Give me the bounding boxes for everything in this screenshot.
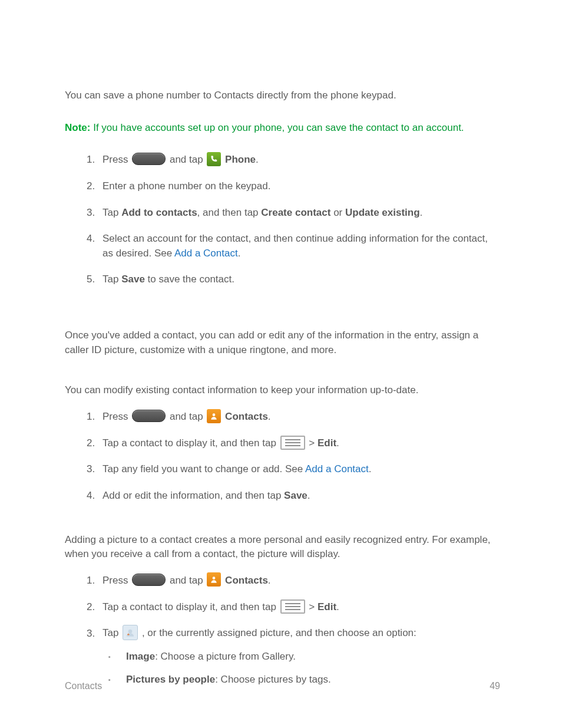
text: or [330, 207, 345, 218]
page-footer: Contacts 49 [65, 679, 500, 693]
text: : Choose a picture from Gallery. [155, 651, 296, 662]
text: . [336, 601, 339, 612]
bold: Create contact [261, 207, 330, 218]
list-item: Image: Choose a picture from Gallery. [103, 650, 500, 664]
svg-text:+: + [127, 632, 130, 637]
text: and tap [170, 154, 206, 165]
svg-point-1 [213, 577, 216, 580]
text: and tap [170, 575, 206, 586]
bold: Save [284, 490, 308, 501]
text: . [308, 490, 310, 501]
separator: > [309, 601, 318, 612]
text: . [268, 575, 271, 586]
bold: Edit [318, 601, 336, 612]
contacts-label: Contacts [225, 411, 268, 422]
text: Tap any field you want to change or add.… [103, 463, 305, 475]
text: . [336, 437, 339, 449]
text: . [238, 248, 241, 259]
text: , and then tap [197, 207, 262, 218]
list-item: Add or edit the information, and then ta… [98, 489, 500, 503]
bold: Update existing [345, 207, 420, 218]
text: Press [103, 575, 131, 586]
text: to save the contact. [145, 274, 234, 285]
text: . [420, 207, 423, 218]
contacts-app-icon [207, 409, 221, 423]
intro-add-picture: Adding a picture to a contact creates a … [65, 533, 500, 562]
note-label: Note: [65, 122, 90, 133]
text: Tap a contact to display it, and then ta… [103, 601, 279, 612]
note-text: If you have accounts set up on your phon… [90, 122, 464, 133]
intro-edit-contact: Once you've added a contact, you can add… [65, 328, 500, 357]
svg-point-0 [213, 413, 216, 416]
list-item: Tap Add to contacts, and then tap Create… [98, 206, 500, 220]
list-item: Select an account for the contact, and t… [98, 232, 500, 261]
list-item: Tap + , or the currently assigned pictur… [98, 626, 500, 687]
bold: Save [121, 274, 145, 285]
note-line: Note: If you have accounts set up on you… [65, 121, 500, 136]
intro-modify: You can modify existing contact informat… [65, 383, 500, 398]
text: Press [103, 154, 131, 165]
footer-page-number: 49 [490, 679, 500, 693]
footer-section: Contacts [65, 679, 102, 693]
text: Tap [103, 207, 121, 218]
text: Add or edit the information, and then ta… [103, 490, 284, 501]
menu-icon [280, 436, 305, 450]
page-content: You can save a phone number to Contacts … [0, 0, 562, 687]
text: Tap a contact to display it, and then ta… [103, 437, 279, 449]
list-item: Enter a phone number on the keypad. [98, 179, 500, 194]
steps-save-number: Press and tap Phone. Enter a phone numbe… [98, 153, 500, 287]
contact-placeholder-icon: + [123, 625, 138, 640]
link-add-a-contact[interactable]: Add a Contact [174, 248, 238, 259]
text: , or the currently assigned picture, and… [142, 628, 416, 639]
home-key-icon [132, 410, 166, 422]
text: and tap [170, 411, 206, 422]
phone-app-icon [207, 152, 221, 166]
list-item: Tap a contact to display it, and then ta… [98, 436, 500, 451]
steps-add-picture: Press and tap Contacts. Tap a contact to… [98, 574, 500, 687]
contacts-app-icon [207, 572, 221, 587]
text: . [268, 411, 271, 422]
text: Tap [103, 628, 121, 639]
bold: Image [126, 651, 155, 662]
text: Press [103, 411, 131, 422]
text: Tap [103, 274, 121, 285]
menu-icon [280, 599, 305, 614]
intro-save-number: You can save a phone number to Contacts … [65, 88, 500, 103]
list-item: Tap a contact to display it, and then ta… [98, 600, 500, 615]
steps-edit-contact: Press and tap Contacts. Tap a contact to… [98, 410, 500, 503]
list-item: Press and tap Contacts. [98, 410, 500, 424]
link-add-a-contact[interactable]: Add a Contact [305, 463, 369, 475]
bold: Add to contacts [121, 207, 197, 218]
list-item: Press and tap Phone. [98, 153, 500, 167]
text: . [256, 154, 259, 165]
phone-label: Phone [225, 154, 256, 165]
home-key-icon [132, 574, 166, 586]
separator: > [309, 437, 318, 449]
list-item: Press and tap Contacts. [98, 574, 500, 588]
list-item: Tap Save to save the contact. [98, 272, 500, 287]
list-item: Tap any field you want to change or add.… [98, 462, 500, 477]
text: . [369, 463, 372, 475]
home-key-icon [132, 153, 166, 165]
text: Select an account for the contact, and t… [103, 233, 488, 259]
contacts-label: Contacts [225, 575, 268, 586]
bold: Edit [318, 437, 336, 449]
